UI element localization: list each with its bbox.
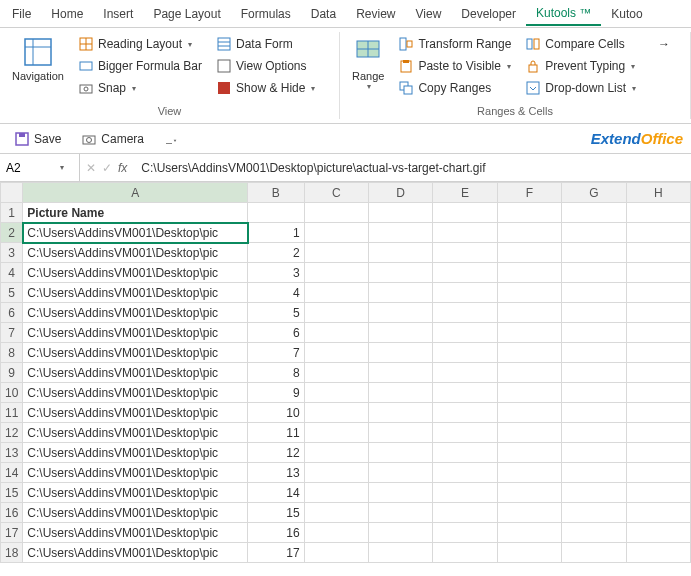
cell[interactable]: C:\Users\AddinsVM001\Desktop\pic	[23, 243, 248, 263]
cell[interactable]	[304, 423, 368, 443]
cell[interactable]	[562, 243, 626, 263]
menu-item-view[interactable]: View	[406, 3, 452, 25]
cell[interactable]	[368, 503, 432, 523]
cell[interactable]	[304, 523, 368, 543]
row-header[interactable]: 6	[1, 303, 23, 323]
row-header[interactable]: 8	[1, 343, 23, 363]
cell[interactable]: 15	[248, 503, 305, 523]
row-header[interactable]: 17	[1, 523, 23, 543]
cell[interactable]	[304, 543, 368, 563]
cell[interactable]	[562, 503, 626, 523]
cell[interactable]: 1	[248, 223, 305, 243]
cell[interactable]	[433, 303, 497, 323]
cell[interactable]	[497, 523, 561, 543]
cell[interactable]: 4	[248, 283, 305, 303]
cell[interactable]	[497, 223, 561, 243]
row-header[interactable]: 2	[1, 223, 23, 243]
row-header[interactable]: 18	[1, 543, 23, 563]
row-header[interactable]: 4	[1, 263, 23, 283]
cell[interactable]: C:\Users\AddinsVM001\Desktop\pic	[23, 423, 248, 443]
cell[interactable]	[304, 383, 368, 403]
cell[interactable]	[626, 463, 690, 483]
cell[interactable]	[562, 343, 626, 363]
cell[interactable]	[626, 303, 690, 323]
cell[interactable]: 9	[248, 383, 305, 403]
cell[interactable]	[562, 263, 626, 283]
cell[interactable]	[626, 263, 690, 283]
cell[interactable]	[562, 203, 626, 223]
cell[interactable]	[368, 443, 432, 463]
cell[interactable]	[433, 443, 497, 463]
cell[interactable]: 6	[248, 323, 305, 343]
cell[interactable]	[368, 463, 432, 483]
cell[interactable]	[497, 403, 561, 423]
copy-ranges-button[interactable]: Copy Ranges	[394, 78, 515, 98]
cell[interactable]: C:\Users\AddinsVM001\Desktop\pic	[23, 263, 248, 283]
cell[interactable]	[433, 243, 497, 263]
cell[interactable]: 5	[248, 303, 305, 323]
cell[interactable]	[368, 523, 432, 543]
cell[interactable]	[433, 423, 497, 443]
cell[interactable]	[304, 303, 368, 323]
cell[interactable]	[497, 283, 561, 303]
menu-item-kutools[interactable]: Kutools ™	[526, 2, 601, 26]
cell[interactable]: 2	[248, 243, 305, 263]
fx-icon[interactable]: fx	[118, 161, 127, 175]
menu-item-insert[interactable]: Insert	[93, 3, 143, 25]
column-header-D[interactable]: D	[368, 183, 432, 203]
more-button[interactable]: →	[652, 34, 676, 54]
cell[interactable]: C:\Users\AddinsVM001\Desktop\pic	[23, 283, 248, 303]
menu-item-review[interactable]: Review	[346, 3, 405, 25]
cell[interactable]	[562, 403, 626, 423]
cell[interactable]	[497, 503, 561, 523]
cell[interactable]	[368, 323, 432, 343]
cell[interactable]: C:\Users\AddinsVM001\Desktop\pic	[23, 303, 248, 323]
cell[interactable]	[626, 203, 690, 223]
cell[interactable]	[433, 383, 497, 403]
select-all-corner[interactable]	[1, 183, 23, 203]
cell[interactable]	[368, 423, 432, 443]
cell[interactable]: C:\Users\AddinsVM001\Desktop\pic	[23, 323, 248, 343]
cell[interactable]: 11	[248, 423, 305, 443]
cell[interactable]	[433, 263, 497, 283]
cell[interactable]	[433, 223, 497, 243]
cell[interactable]	[433, 503, 497, 523]
save-button[interactable]: Save	[8, 129, 67, 149]
cell[interactable]	[562, 283, 626, 303]
column-header-H[interactable]: H	[626, 183, 690, 203]
cell[interactable]: 12	[248, 443, 305, 463]
menu-item-file[interactable]: File	[2, 3, 41, 25]
dropdown-list-button[interactable]: Drop-down List▾	[521, 78, 640, 98]
cell[interactable]	[433, 363, 497, 383]
cell[interactable]: C:\Users\AddinsVM001\Desktop\pic	[23, 463, 248, 483]
cell[interactable]	[562, 463, 626, 483]
cell[interactable]	[626, 503, 690, 523]
cell[interactable]: 10	[248, 403, 305, 423]
cell[interactable]: 3	[248, 263, 305, 283]
cell[interactable]	[304, 243, 368, 263]
cell[interactable]	[368, 343, 432, 363]
prevent-typing-button[interactable]: Prevent Typing▾	[521, 56, 640, 76]
row-header[interactable]: 12	[1, 423, 23, 443]
cell[interactable]	[368, 483, 432, 503]
cell[interactable]	[626, 523, 690, 543]
cell[interactable]	[562, 323, 626, 343]
chevron-down-icon[interactable]: ▾	[60, 163, 64, 172]
cell[interactable]	[433, 283, 497, 303]
row-header[interactable]: 10	[1, 383, 23, 403]
cell[interactable]	[433, 323, 497, 343]
row-header[interactable]: 9	[1, 363, 23, 383]
cell[interactable]: 13	[248, 463, 305, 483]
cell[interactable]	[626, 223, 690, 243]
reading-layout-button[interactable]: Reading Layout▾	[74, 34, 206, 54]
cell[interactable]	[304, 503, 368, 523]
cell[interactable]: C:\Users\AddinsVM001\Desktop\pic	[23, 443, 248, 463]
cell[interactable]	[304, 363, 368, 383]
paste-to-visible-button[interactable]: Paste to Visible▾	[394, 56, 515, 76]
cell[interactable]	[368, 243, 432, 263]
cell[interactable]	[433, 483, 497, 503]
cell[interactable]	[497, 463, 561, 483]
cell[interactable]	[433, 543, 497, 563]
cell[interactable]	[497, 343, 561, 363]
cell[interactable]	[433, 403, 497, 423]
